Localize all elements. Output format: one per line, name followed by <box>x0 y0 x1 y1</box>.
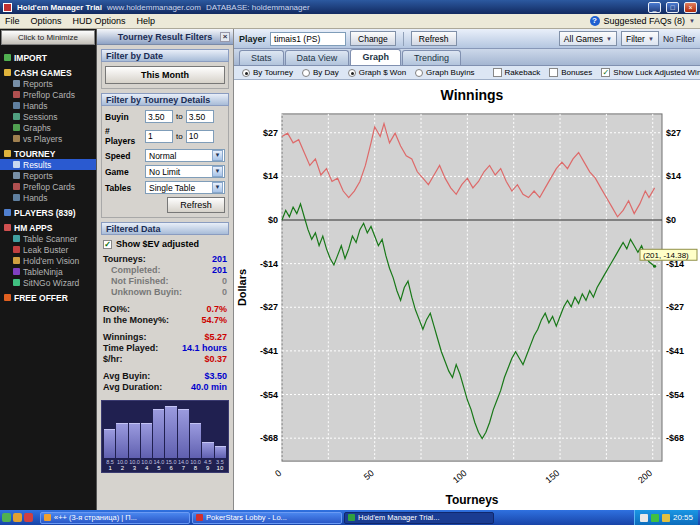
histogram-bar <box>129 423 140 458</box>
sidebar-section-cash-games[interactable]: CASH GAMES <box>0 67 96 78</box>
menu-hud-options[interactable]: HUD Options <box>73 16 126 26</box>
stat-row: Tourneys:201 <box>103 253 227 264</box>
sidebar-item-vs-players[interactable]: vs Players <box>0 133 96 144</box>
radio-graph-won[interactable]: Graph $ Won <box>348 68 406 77</box>
sidebar-section-tourney[interactable]: TOURNEY <box>0 148 96 159</box>
minimize-window-button[interactable]: _ <box>648 2 661 13</box>
stat-label: Avg Buyin: <box>103 371 150 381</box>
sidebar-item-leak-buster[interactable]: Leak Buster <box>0 244 96 255</box>
quick-launch-icon[interactable] <box>13 513 22 522</box>
y-tick-label-right: -$68 <box>666 433 684 443</box>
checkbox-bonuses[interactable]: Bonuses <box>549 68 592 77</box>
cards-icon <box>13 91 20 98</box>
taskbar-button-3[interactable]: «++ (3-я страница) | П... <box>40 512 190 524</box>
radio-by-day[interactable]: By Day <box>302 68 339 77</box>
sidebar-section-import[interactable]: IMPORT <box>0 52 96 63</box>
buyin-label: Buyin <box>105 112 142 122</box>
tab-trending[interactable]: Trending <box>402 50 461 65</box>
sidebar-item-sitngo-wizard[interactable]: SitNGo Wizard <box>0 277 96 288</box>
show-ev-adjusted-checkbox[interactable]: ✓ Show $EV adjusted <box>103 239 227 249</box>
sidebar-item-hands[interactable]: Hands <box>0 100 96 111</box>
tray-icon[interactable] <box>640 514 648 522</box>
taskbar-button-pokerstars-lobby-lo[interactable]: PokerStars Lobby - Lo... <box>192 512 342 524</box>
filter-panel-header: Tourney Result Filters × <box>97 29 233 45</box>
sidebar-section-hm-apps[interactable]: HM APPS <box>0 222 96 233</box>
click-to-minimize-button[interactable]: Click to Minimize <box>1 30 95 45</box>
checkbox-show-luck-adjusted-winnings[interactable]: ✓Show Luck Adjusted Winnings <box>601 68 700 77</box>
change-player-button[interactable]: Change <box>350 31 396 46</box>
divider <box>403 32 404 46</box>
checkbox-rakeback[interactable]: Rakeback <box>493 68 541 77</box>
taskbar-button-label: Hold'em Manager Trial... <box>358 513 439 522</box>
menu-file[interactable]: File <box>5 16 20 26</box>
stat-value: 201 <box>212 265 227 275</box>
quick-launch-icon[interactable] <box>2 513 11 522</box>
y-axis-label: Dollars <box>236 269 248 306</box>
histogram-position-label: 9 <box>202 465 214 471</box>
tab-stats[interactable]: Stats <box>239 50 284 65</box>
report-icon <box>13 80 20 87</box>
buyin-from-input[interactable] <box>145 110 173 123</box>
speed-select[interactable]: Normal ▼ <box>145 149 225 162</box>
filter-dropdown[interactable]: Filter ▼ <box>621 31 659 46</box>
sidebar-item-graphs[interactable]: Graphs <box>0 122 96 133</box>
tab-graph[interactable]: Graph <box>350 49 401 65</box>
sidebar-item-reports[interactable]: Reports <box>0 78 96 89</box>
maximize-window-button[interactable]: □ <box>666 2 679 13</box>
sidebar-item-table-scanner[interactable]: Table Scanner <box>0 233 96 244</box>
free-offer-icon <box>4 294 11 301</box>
players-to-input[interactable] <box>186 130 214 143</box>
menu-options[interactable]: Options <box>31 16 62 26</box>
stat-row: ROI%:0.7% <box>103 303 227 314</box>
filter-refresh-button[interactable]: Refresh <box>167 197 225 213</box>
system-tray: 20:55 <box>634 510 698 525</box>
pokerstars-icon <box>196 514 203 521</box>
winnings-chart[interactable]: $27$27$14$14$0$0-$14-$14-$27-$27-$41-$41… <box>234 80 700 510</box>
quick-launch-icon[interactable] <box>24 513 33 522</box>
y-tick-label-left: -$41 <box>260 346 278 356</box>
close-window-button[interactable]: × <box>684 2 697 13</box>
filter-label: Filter <box>626 34 645 44</box>
buyin-to-input[interactable] <box>186 110 214 123</box>
sitngo-wizard-icon <box>13 279 20 286</box>
sidebar-item-tableninja[interactable]: TableNinja <box>0 266 96 277</box>
sidebar-item-hands[interactable]: Hands <box>0 192 96 203</box>
tab-data-view[interactable]: Data View <box>285 50 350 65</box>
sidebar-label: vs Players <box>23 134 62 144</box>
refresh-button[interactable]: Refresh <box>411 31 457 46</box>
taskbar-button-hold-em-manager-trial[interactable]: Hold'em Manager Trial... <box>344 512 494 524</box>
sidebar-label: Reports <box>23 171 53 181</box>
sidebar-item-results[interactable]: Results <box>0 159 96 170</box>
close-icon[interactable]: × <box>220 32 230 42</box>
histogram-bar <box>178 409 189 458</box>
sidebar-section-players-839[interactable]: PLAYERS (839) <box>0 207 96 218</box>
sidebar-item-sessions[interactable]: Sessions <box>0 111 96 122</box>
all-games-dropdown[interactable]: All Games ▼ <box>559 31 617 46</box>
sidebar-item-reports[interactable]: Reports <box>0 170 96 181</box>
stat-value: $0.37 <box>204 354 227 364</box>
sidebar-item-hold-em-vision[interactable]: Hold'em Vision <box>0 255 96 266</box>
game-select[interactable]: No Limit ▼ <box>145 165 225 178</box>
stat-value: $5.27 <box>204 332 227 342</box>
radio-graph-buyins[interactable]: Graph Buyins <box>415 68 474 77</box>
sidebar-item-preflop-cards[interactable]: Preflop Cards <box>0 89 96 100</box>
sidebar-item-preflop-cards[interactable]: Preflop Cards <box>0 181 96 192</box>
speed-value: Normal <box>149 151 176 161</box>
radio-by-tourney[interactable]: By Tourney <box>242 68 293 77</box>
titlebar-database: DATABASE: holdemmanager <box>206 3 310 12</box>
sidebar-label: Hands <box>23 193 48 203</box>
tables-select[interactable]: Single Table ▼ <box>145 181 225 194</box>
sidebar-label: Results <box>23 160 51 170</box>
sidebar-label: Reports <box>23 79 53 89</box>
tray-icon[interactable] <box>651 514 659 522</box>
players-from-input[interactable] <box>145 130 173 143</box>
y-tick-label-right: $0 <box>666 215 676 225</box>
stat-row: In the Money%:54.7% <box>103 314 227 325</box>
all-games-label: All Games <box>564 34 603 44</box>
player-name-field[interactable]: timais1 (PS) <box>270 32 346 46</box>
sidebar-section-free-offer[interactable]: FREE OFFER <box>0 292 96 303</box>
menu-help[interactable]: Help <box>137 16 156 26</box>
suggested-faqs[interactable]: Suggested FAQs (8) <box>604 16 686 26</box>
tray-icon[interactable] <box>662 514 670 522</box>
this-month-button[interactable]: This Month <box>105 66 225 84</box>
